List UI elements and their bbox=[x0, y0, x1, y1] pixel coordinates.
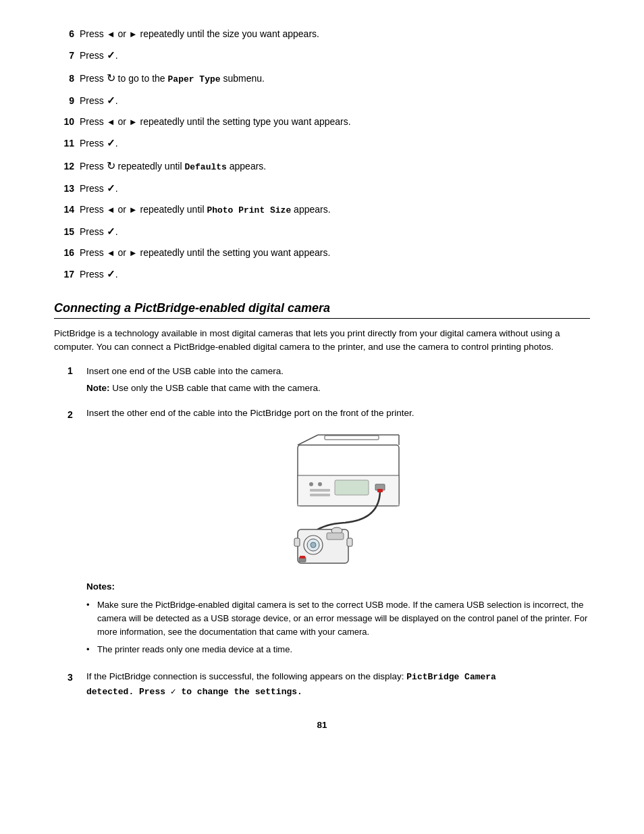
svg-rect-22 bbox=[300, 556, 305, 558]
defaults-code: Defaults bbox=[184, 162, 226, 172]
left-arrow-icon: ◄ bbox=[107, 203, 115, 217]
step-17: 17 Press ✓. bbox=[54, 267, 590, 282]
sub-step-1: 1 Insert one end of the USB cable into t… bbox=[68, 364, 590, 401]
svg-rect-10 bbox=[335, 480, 369, 495]
step-8: 8 Press ↻ to go to the Paper Type submen… bbox=[54, 70, 590, 86]
left-arrow-icon: ◄ bbox=[107, 28, 115, 41]
svg-point-16 bbox=[311, 542, 316, 548]
printer-image bbox=[86, 432, 590, 567]
right-arrow-icon: ► bbox=[129, 246, 138, 260]
step-16: 16 Press ◄ or ► repeatedly until the set… bbox=[54, 246, 590, 260]
photo-print-size-code: Photo Print Size bbox=[207, 205, 291, 215]
steps-section: 6 Press ◄ or ► repeatedly until the size… bbox=[54, 27, 590, 282]
svg-rect-12 bbox=[377, 489, 383, 492]
section-intro: PictBridge is a technology available in … bbox=[54, 327, 590, 355]
svg-rect-4 bbox=[325, 436, 379, 440]
pictbridge-code-2: detected. Press ✓ to change the settings… bbox=[86, 687, 302, 697]
step-9: 9 Press ✓. bbox=[54, 93, 590, 109]
check-icon: ✓ bbox=[107, 136, 115, 151]
page-number: 81 bbox=[54, 720, 590, 730]
check-icon: ✓ bbox=[107, 48, 115, 63]
step-11: 11 Press ✓. bbox=[54, 136, 590, 151]
svg-rect-8 bbox=[310, 489, 330, 492]
back-icon: ↻ bbox=[107, 70, 115, 86]
check-icon: ✓ bbox=[107, 93, 115, 109]
note-item-1: Make sure the PictBridge-enabled digital… bbox=[86, 598, 590, 639]
svg-point-7 bbox=[318, 482, 322, 486]
sub-step-3-text: If the PictBridge connection is successf… bbox=[86, 669, 590, 700]
step-14: 14 Press ◄ or ► repeatedly until Photo P… bbox=[54, 203, 590, 217]
svg-rect-19 bbox=[294, 538, 300, 546]
svg-rect-9 bbox=[310, 494, 330, 496]
check-icon: ✓ bbox=[107, 224, 115, 240]
svg-rect-18 bbox=[327, 533, 344, 540]
sub-step-1-note: Note: Use only the USB cable that came w… bbox=[86, 382, 590, 396]
check-icon: ✓ bbox=[107, 267, 115, 282]
pictbridge-code: PictBridge Camera bbox=[406, 672, 496, 682]
printer-camera-svg bbox=[257, 432, 419, 567]
sub-step-3: 3 If the PictBridge connection is succes… bbox=[68, 669, 590, 700]
section-heading: Connecting a PictBridge-enabled digital … bbox=[54, 301, 590, 319]
right-arrow-icon: ► bbox=[129, 115, 138, 129]
paper-type-code: Paper Type bbox=[168, 74, 221, 84]
step-10: 10 Press ◄ or ► repeatedly until the set… bbox=[54, 115, 590, 129]
svg-line-1 bbox=[298, 435, 318, 445]
notes-list: Make sure the PictBridge-enabled digital… bbox=[86, 598, 590, 657]
step-12: 12 Press ↻ repeatedly until Defaults app… bbox=[54, 158, 590, 174]
left-arrow-icon: ◄ bbox=[107, 115, 115, 129]
right-arrow-icon: ► bbox=[129, 203, 138, 217]
sub-step-1-text: Insert one end of the USB cable into the… bbox=[86, 366, 284, 376]
left-arrow-icon: ◄ bbox=[107, 246, 115, 260]
note-item-2: The printer reads only one media device … bbox=[86, 643, 590, 656]
sub-steps-section: 1 Insert one end of the USB cable into t… bbox=[68, 364, 590, 700]
notes-block: Notes: Make sure the PictBridge-enabled … bbox=[86, 580, 590, 656]
sub-step-2: 2 Insert the other end of the cable into… bbox=[68, 407, 590, 663]
step-6: 6 Press ◄ or ► repeatedly until the size… bbox=[54, 27, 590, 41]
step-13: 13 Press ✓. bbox=[54, 181, 590, 197]
sub-step-2-text: Insert the other end of the cable into t… bbox=[86, 408, 414, 418]
notes-title: Notes: bbox=[86, 580, 590, 594]
svg-point-6 bbox=[309, 482, 313, 486]
step-7: 7 Press ✓. bbox=[54, 48, 590, 63]
check-icon: ✓ bbox=[107, 181, 115, 197]
svg-rect-20 bbox=[347, 538, 352, 546]
back-icon: ↻ bbox=[107, 158, 115, 174]
step-15: 15 Press ✓. bbox=[54, 224, 590, 240]
right-arrow-icon: ► bbox=[129, 28, 138, 41]
